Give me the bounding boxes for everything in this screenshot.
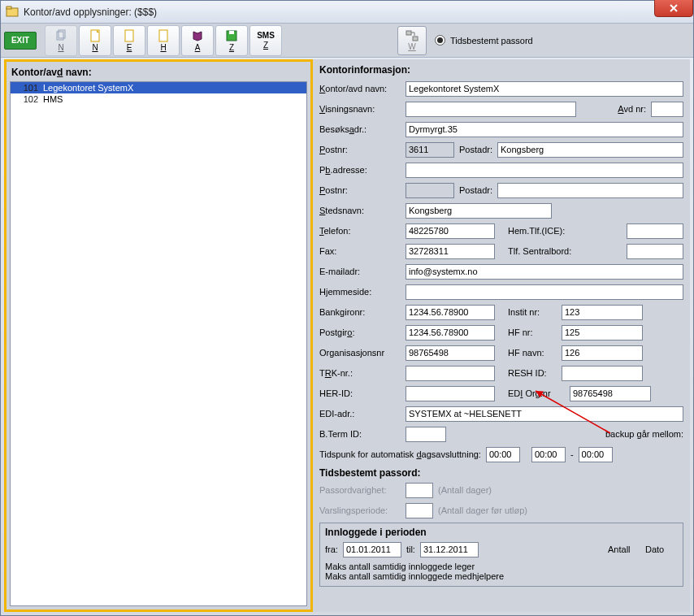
label-telefon: Telefon: bbox=[319, 226, 401, 236]
backup-from-field[interactable] bbox=[531, 447, 566, 462]
col-antall: Antall bbox=[608, 544, 640, 554]
label-orgnr: Organisasjonsnr bbox=[319, 348, 401, 358]
content-area: Kontor/avd navn: 101 Legekontoret System… bbox=[4, 59, 690, 612]
label-fax: Fax: bbox=[319, 246, 401, 256]
til-field[interactable] bbox=[420, 542, 479, 557]
toolbar-btn-a[interactable]: A bbox=[181, 25, 214, 56]
label-reshid: RESH ID: bbox=[508, 368, 557, 378]
label-trknr: TRK-nr.: bbox=[319, 368, 401, 378]
email-field[interactable] bbox=[406, 264, 683, 280]
fra-field[interactable] bbox=[343, 542, 401, 557]
timed-password-radio[interactable]: Tidsbestemt passord bbox=[435, 35, 533, 46]
new-doc-icon bbox=[89, 29, 102, 42]
label-backup: backup går mellom: bbox=[605, 429, 683, 439]
office-list-heading: Kontor/avd navn: bbox=[11, 67, 306, 78]
details-heading: Kontorinformasjon: bbox=[319, 64, 683, 76]
label-hemtlf: Hem.Tlf.(ICE): bbox=[508, 226, 565, 236]
window-close-button[interactable] bbox=[654, 0, 693, 17]
hjemmeside-field[interactable] bbox=[406, 284, 683, 300]
avd-nr-field[interactable] bbox=[651, 102, 683, 117]
toolbar-btn-h[interactable]: H bbox=[147, 25, 180, 56]
password-heading: Tidsbestemt passord: bbox=[319, 467, 683, 479]
herid-field[interactable] bbox=[406, 386, 495, 401]
svg-rect-8 bbox=[229, 31, 234, 34]
close-icon bbox=[669, 3, 679, 13]
label-ediadr: EDI-adr.: bbox=[319, 409, 401, 419]
toolbar-btn-e[interactable]: E bbox=[113, 25, 145, 56]
orgnr-field[interactable] bbox=[406, 345, 495, 361]
hfnr-field[interactable] bbox=[562, 325, 643, 341]
postgiro-field[interactable] bbox=[406, 325, 495, 341]
trknr-field[interactable] bbox=[406, 366, 495, 381]
label-hfnavn: HF navn: bbox=[508, 348, 557, 358]
hfnavn-field[interactable] bbox=[562, 345, 643, 361]
institnr-field[interactable] bbox=[562, 305, 643, 320]
postnr2-field[interactable] bbox=[406, 183, 454, 198]
doc-icon bbox=[123, 29, 136, 42]
book-icon bbox=[191, 29, 204, 42]
svg-rect-1 bbox=[7, 7, 11, 9]
label-tidspunkt: Tidspunk for automatisk dagsavsluttning: bbox=[319, 449, 481, 459]
toolbar-btn-sms[interactable]: SMS Z bbox=[249, 25, 282, 56]
save-icon bbox=[225, 29, 238, 42]
pbadresse-field[interactable] bbox=[406, 163, 683, 178]
ediorgnr-field[interactable] bbox=[570, 386, 651, 401]
besoksadr-field[interactable] bbox=[406, 122, 683, 137]
postnr-field[interactable] bbox=[406, 142, 454, 158]
svg-rect-6 bbox=[159, 30, 167, 41]
stedsnavn-field[interactable] bbox=[406, 203, 552, 219]
period-heading: Innloggede i perioden bbox=[325, 527, 678, 538]
hemtlf-field[interactable] bbox=[627, 223, 683, 239]
label-stedsnavn: Stedsnavn: bbox=[319, 206, 401, 215]
label-fra: fra: bbox=[325, 544, 338, 554]
reshid-field[interactable] bbox=[562, 366, 643, 381]
doc-h-icon bbox=[157, 29, 170, 42]
label-postgiro: Postgiro: bbox=[319, 328, 401, 337]
btermid-field[interactable] bbox=[406, 427, 446, 442]
app-window: Kontor/avd opplysninger: ($$$) EXIT N N … bbox=[0, 0, 694, 616]
toolbar-btn-w[interactable]: W bbox=[397, 26, 427, 55]
hint-varsling: (Antall dager før utløp) bbox=[438, 505, 527, 515]
transfer-icon bbox=[406, 29, 419, 42]
bankgironr-field[interactable] bbox=[406, 305, 495, 320]
period-row-2: Maks antall samtidig innloggede medhjelp… bbox=[325, 571, 678, 581]
daily-time-field[interactable] bbox=[486, 447, 520, 462]
label-hjemmeside: Hjemmeside: bbox=[319, 287, 401, 297]
list-item[interactable]: 102 HMS bbox=[11, 93, 306, 105]
ediadr-field[interactable] bbox=[406, 406, 683, 422]
kontor-navn-field[interactable] bbox=[406, 81, 683, 97]
varighet-field bbox=[406, 483, 433, 498]
label-besoksadr: Besøksadr.: bbox=[319, 124, 401, 134]
label-postnr2: Postnr: bbox=[319, 185, 401, 195]
office-list-pane: Kontor/avd navn: 101 Legekontoret System… bbox=[4, 59, 313, 612]
titlebar: Kontor/avd opplysninger: ($$$) bbox=[1, 1, 693, 24]
label-herid: HER-ID: bbox=[319, 388, 401, 398]
label-avd-nr: Avd nr: bbox=[618, 104, 646, 114]
list-item[interactable]: 101 Legekontoret SystemX bbox=[11, 82, 306, 93]
visningsnavn-field[interactable] bbox=[406, 102, 576, 117]
copy-icon bbox=[54, 29, 67, 42]
toolbar-btn-new[interactable]: N bbox=[79, 25, 111, 56]
label-pbadresse: Pb.adresse: bbox=[319, 165, 401, 175]
office-list[interactable]: 101 Legekontoret SystemX 102 HMS bbox=[10, 81, 307, 606]
sentralbord-field[interactable] bbox=[627, 244, 683, 259]
postadr2-field[interactable] bbox=[497, 183, 683, 198]
label-sentralbord: Tlf. Sentralbord: bbox=[508, 246, 571, 256]
details-pane: Kontorinformasjon: Kontor/avd navn: Visn… bbox=[313, 59, 690, 612]
label-kontor-navn: Kontor/avd navn: bbox=[319, 84, 401, 93]
app-icon bbox=[6, 6, 19, 19]
label-postadr: Postadr: bbox=[459, 145, 492, 154]
exit-button[interactable]: EXIT bbox=[4, 32, 37, 50]
period-fieldset: Innloggede i perioden fra: til: Antall D… bbox=[319, 523, 683, 587]
telefon-field[interactable] bbox=[406, 223, 495, 239]
hint-varighet: (Antall dager) bbox=[438, 485, 492, 495]
fax-field[interactable] bbox=[406, 244, 495, 259]
backup-to-field[interactable] bbox=[579, 447, 613, 462]
label-postnr: Postnr: bbox=[319, 145, 401, 154]
svg-rect-10 bbox=[413, 37, 418, 41]
toolbar-btn-copy[interactable]: N bbox=[45, 25, 77, 56]
toolbar-btn-z[interactable]: Z bbox=[215, 25, 248, 56]
label-ediorgnr: EDI Org.nr bbox=[508, 388, 565, 398]
label-hfnr: HF nr: bbox=[508, 328, 557, 337]
postadr-field[interactable] bbox=[497, 142, 683, 158]
